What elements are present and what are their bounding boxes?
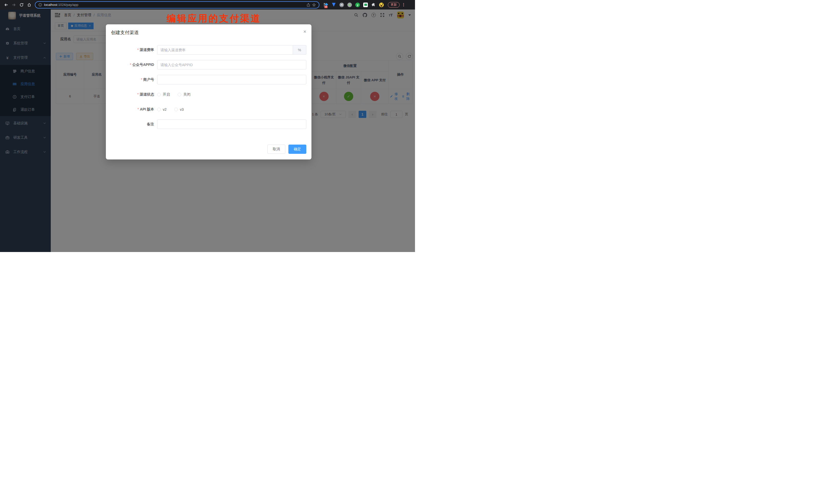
form-row-fee-rate: *渠道费率 % — [111, 45, 306, 55]
api-version-radio-group: v2 v3 — [157, 107, 184, 112]
extension-row: 10 ⌘ y — [323, 3, 384, 7]
required-asterisk: * — [137, 92, 139, 96]
browser-home-icon[interactable] — [26, 1, 33, 8]
fee-rate-input[interactable] — [157, 45, 293, 55]
dialog-footer: 取消 确定 — [111, 145, 306, 154]
browser-reload-icon[interactable] — [18, 1, 25, 8]
required-asterisk: * — [137, 107, 139, 111]
extension-y-icon[interactable]: y — [355, 3, 360, 7]
radio-disable[interactable]: 关闭 — [178, 92, 190, 97]
extension-command-icon[interactable]: ⌘ — [340, 3, 344, 7]
extensions-puzzle-icon[interactable] — [371, 3, 376, 7]
form-row-remark: 备注 — [111, 120, 306, 129]
required-asterisk: * — [130, 63, 131, 67]
field-label: 渠道状态 — [140, 92, 154, 96]
required-asterisk: * — [141, 77, 142, 82]
form-row-merchant-id: *商户号 — [111, 75, 306, 84]
remark-input[interactable] — [157, 120, 306, 129]
form-row-channel-status: *渠道状态 开启 关闭 — [111, 90, 306, 99]
radio-circle-icon — [157, 93, 161, 96]
radio-circle-icon — [157, 108, 161, 111]
channel-status-radio-group: 开启 关闭 — [157, 92, 190, 97]
radio-circle-icon — [174, 108, 178, 111]
create-pay-channel-dialog: 创建支付渠道 × *渠道费率 % *公众号APPID *商户号 * — [106, 24, 312, 159]
dialog-title: 创建支付渠道 — [111, 30, 306, 36]
radio-enable[interactable]: 开启 — [157, 92, 170, 97]
address-bar[interactable]: localhost:1024/pay/app — [35, 1, 319, 8]
close-icon[interactable]: × — [303, 29, 306, 34]
url-text: localhost:1024/pay/app — [44, 3, 78, 7]
browser-toolbar: localhost:1024/pay/app 10 ⌘ y — [0, 0, 415, 9]
confirm-button[interactable]: 确定 — [288, 145, 306, 154]
profile-avatar-icon[interactable] — [379, 3, 384, 7]
browser-update-button[interactable]: 更新 — [388, 2, 400, 8]
merchant-id-input[interactable] — [157, 75, 306, 84]
browser-forward-icon[interactable] — [10, 1, 18, 8]
browser-back-icon[interactable] — [3, 1, 10, 8]
tutorial-annotation: 编辑应用的支付渠道 — [167, 12, 261, 25]
radio-v2[interactable]: v2 — [157, 107, 167, 112]
field-label: API 版本 — [140, 107, 154, 111]
form-row-api-version: *API 版本 v2 v3 — [111, 104, 306, 114]
radio-v3[interactable]: v3 — [174, 107, 184, 112]
field-label: 渠道费率 — [140, 48, 154, 52]
dialog-form: *渠道费率 % *公众号APPID *商户号 *渠道状态 — [111, 45, 306, 129]
field-label: 商户号 — [143, 77, 154, 82]
required-asterisk: * — [137, 48, 139, 52]
browser-menu-icon[interactable] — [403, 3, 405, 7]
extension-recorder-icon[interactable] — [347, 3, 352, 7]
site-info-icon[interactable] — [38, 3, 42, 7]
field-label: 备注 — [147, 122, 154, 126]
extension-chat-icon[interactable] — [363, 3, 368, 7]
extension-kite-icon[interactable] — [331, 3, 336, 7]
cancel-button[interactable]: 取消 — [267, 145, 285, 154]
appid-input[interactable] — [157, 60, 306, 69]
field-label: 公众号APPID — [132, 63, 154, 67]
extension-wallet-icon[interactable]: 10 — [323, 3, 328, 7]
percent-suffix: % — [293, 45, 306, 55]
bookmark-star-icon[interactable] — [312, 3, 316, 7]
share-icon[interactable] — [307, 3, 310, 7]
form-row-appid: *公众号APPID — [111, 60, 306, 69]
radio-circle-icon — [178, 93, 181, 96]
